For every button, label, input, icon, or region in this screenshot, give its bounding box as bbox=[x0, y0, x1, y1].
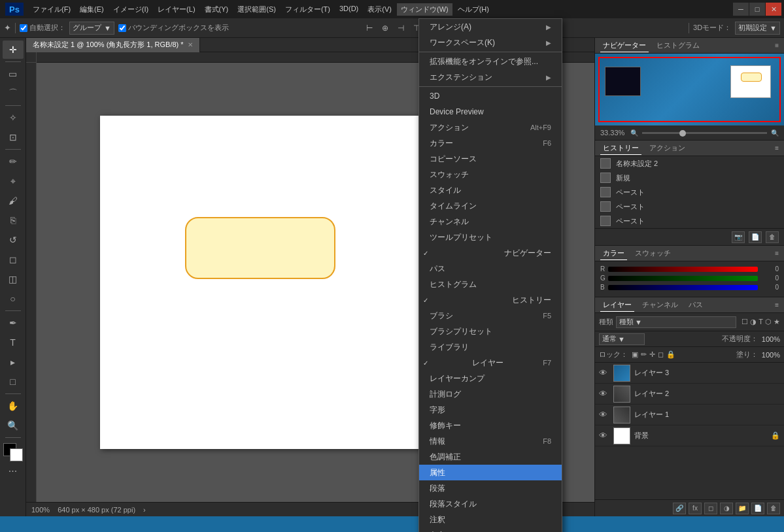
align-right-icon[interactable]: ⊣ bbox=[396, 22, 406, 34]
move-tool[interactable]: ✛ bbox=[3, 41, 24, 59]
crop-tool[interactable]: ⊡ bbox=[3, 128, 24, 146]
filter-pixel-icon[interactable]: ☐ bbox=[741, 318, 748, 326]
auto-select-dropdown[interactable]: グループ ▼ bbox=[69, 22, 114, 35]
lasso-tool[interactable]: ⌒ bbox=[3, 84, 24, 103]
layers-menu-icon[interactable]: ≡ bbox=[775, 301, 779, 308]
dd-paragraph[interactable]: 段落 bbox=[419, 480, 562, 496]
add-mask-button[interactable]: ◻ bbox=[704, 503, 717, 514]
dd-layer-comps[interactable]: レイヤーカンプ bbox=[419, 371, 562, 386]
path-select-tool[interactable]: ▸ bbox=[3, 353, 24, 371]
lock-all-icon[interactable]: 🔒 bbox=[666, 350, 675, 359]
zoom-in-icon[interactable]: 🔍 bbox=[771, 129, 779, 137]
navigator-tab[interactable]: ナビゲーター bbox=[600, 39, 649, 52]
dd-tool-presets[interactable]: ツールプリセット bbox=[419, 229, 562, 245]
delete-history-button[interactable]: 🗑 bbox=[766, 231, 779, 243]
filter-adjust-icon[interactable]: ◑ bbox=[750, 318, 757, 326]
channels-tab[interactable]: チャンネル bbox=[639, 299, 681, 311]
menu-layer[interactable]: レイヤー(L) bbox=[154, 3, 199, 16]
paths-tab[interactable]: パス bbox=[686, 299, 706, 311]
menu-filter[interactable]: フィルター(T) bbox=[281, 3, 334, 16]
menu-select[interactable]: 選択範囲(S) bbox=[233, 3, 280, 16]
dd-workspace[interactable]: ワークスペース(K) ▶ bbox=[419, 35, 562, 50]
dd-extensions-online[interactable]: 拡張機能をオンラインで参照... bbox=[419, 54, 562, 69]
link-layers-button[interactable]: 🔗 bbox=[673, 503, 686, 514]
delete-layer-button[interactable]: 🗑 bbox=[767, 503, 780, 514]
gradient-tool[interactable]: ◫ bbox=[3, 270, 24, 288]
layer-eye-3[interactable]: 👁 bbox=[599, 368, 609, 378]
auto-select-check[interactable] bbox=[20, 24, 27, 32]
dd-styles[interactable]: スタイル bbox=[419, 182, 562, 198]
layer-item-3[interactable]: 👁 レイヤー 3 bbox=[595, 363, 784, 384]
add-adjustment-button[interactable]: ◑ bbox=[720, 503, 733, 514]
lock-paint-icon[interactable]: ✏ bbox=[641, 350, 647, 359]
dd-libraries[interactable]: ライブラリ bbox=[419, 339, 562, 355]
dodge-tool[interactable]: ○ bbox=[3, 290, 24, 308]
layers-tab[interactable]: レイヤー bbox=[600, 299, 634, 312]
dd-history[interactable]: ✓ ヒストリー bbox=[419, 292, 562, 308]
green-slider[interactable] bbox=[608, 276, 758, 281]
dd-modifier-keys[interactable]: 修飾キー bbox=[419, 418, 562, 433]
align-center-h-icon[interactable]: ⊕ bbox=[380, 22, 390, 34]
eyedropper-tool[interactable]: ✏ bbox=[3, 152, 24, 171]
history-tab[interactable]: ヒストリー bbox=[600, 142, 641, 155]
hand-tool[interactable]: ✋ bbox=[3, 397, 24, 415]
add-group-button[interactable]: 📁 bbox=[736, 503, 749, 514]
type-tool[interactable]: T bbox=[3, 333, 24, 352]
swatches-tab[interactable]: スウォッチ bbox=[632, 247, 673, 259]
maximize-button[interactable]: □ bbox=[749, 3, 765, 16]
menu-3d[interactable]: 3D(D) bbox=[335, 3, 362, 16]
zoom-out-icon[interactable]: 🔍 bbox=[630, 129, 638, 137]
minimize-button[interactable]: ─ bbox=[733, 3, 749, 16]
dd-character[interactable]: 文字 bbox=[419, 527, 562, 532]
dd-device-preview[interactable]: Device Preview bbox=[419, 104, 562, 120]
pen-tool[interactable]: ✒ bbox=[3, 314, 24, 332]
foreground-background-colors[interactable] bbox=[3, 443, 23, 461]
dd-navigator[interactable]: ✓ ナビゲーター bbox=[419, 245, 562, 261]
layer-item-bg[interactable]: 👁 背景 🔒 bbox=[595, 425, 784, 446]
3d-mode-dropdown[interactable]: 初期設定 ▼ bbox=[735, 22, 780, 35]
zoom-slider[interactable] bbox=[642, 132, 767, 134]
actions-tab[interactable]: アクション bbox=[647, 142, 688, 154]
menu-help[interactable]: ヘルプ(H) bbox=[454, 3, 493, 16]
document-tab-close[interactable]: ✕ bbox=[188, 41, 193, 48]
dd-properties[interactable]: 属性 bbox=[419, 465, 562, 480]
dd-paths[interactable]: パス bbox=[419, 261, 562, 276]
magic-wand-tool[interactable]: ✧ bbox=[3, 108, 24, 127]
red-slider[interactable] bbox=[608, 267, 758, 272]
layer-eye-bg[interactable]: 👁 bbox=[599, 431, 609, 441]
color-menu-icon[interactable]: ≡ bbox=[775, 250, 779, 257]
dd-timeline[interactable]: タイムライン bbox=[419, 198, 562, 214]
rounded-rectangle-shape[interactable] bbox=[185, 217, 335, 279]
background-color[interactable] bbox=[10, 448, 23, 461]
more-tools-button[interactable]: ··· bbox=[9, 465, 17, 477]
dd-actions[interactable]: アクション Alt+F9 bbox=[419, 120, 562, 135]
layer-item-1[interactable]: 👁 レイヤー 1 bbox=[595, 405, 784, 425]
dd-adjustments[interactable]: 色調補正 bbox=[419, 449, 562, 465]
dd-measurement-log[interactable]: 計測ログ bbox=[419, 386, 562, 402]
zoom-tool[interactable]: 🔍 bbox=[3, 416, 24, 435]
dd-paragraph-styles[interactable]: 段落スタイル bbox=[419, 496, 562, 512]
filter-type-dropdown[interactable]: 種類 ▼ bbox=[616, 316, 736, 328]
close-button[interactable]: ✕ bbox=[766, 3, 781, 16]
navigator-menu-icon[interactable]: ≡ bbox=[775, 42, 779, 49]
dd-notes[interactable]: 注釈 bbox=[419, 512, 562, 527]
lock-artboard-icon[interactable]: ◻ bbox=[658, 350, 664, 359]
history-item-4[interactable]: ペースト bbox=[595, 214, 784, 228]
dd-arrange[interactable]: アレンジ(A) ▶ bbox=[419, 19, 562, 35]
dd-histogram[interactable]: ヒストグラム bbox=[419, 276, 562, 292]
lock-transparent-icon[interactable]: ▣ bbox=[632, 350, 638, 359]
add-style-button[interactable]: fx bbox=[689, 503, 702, 514]
dd-glyphs[interactable]: 字形 bbox=[419, 402, 562, 418]
dd-extensions[interactable]: エクステンション ▶ bbox=[419, 69, 562, 85]
menu-file[interactable]: ファイル(F) bbox=[29, 3, 75, 16]
color-tab[interactable]: カラー bbox=[600, 247, 627, 260]
dd-brush-presets[interactable]: ブラシプリセット bbox=[419, 324, 562, 339]
dd-info[interactable]: 情報 F8 bbox=[419, 433, 562, 449]
blue-slider[interactable] bbox=[608, 285, 758, 290]
blend-mode-dropdown[interactable]: 通常 ▼ bbox=[599, 333, 645, 345]
marquee-tool[interactable]: ▭ bbox=[3, 65, 24, 83]
brush-tool[interactable]: 🖌 bbox=[3, 191, 24, 210]
eraser-tool[interactable]: ◻ bbox=[3, 250, 24, 269]
filter-shape-icon[interactable]: ⬡ bbox=[765, 318, 772, 326]
history-item-1[interactable]: 新規 bbox=[595, 171, 784, 185]
